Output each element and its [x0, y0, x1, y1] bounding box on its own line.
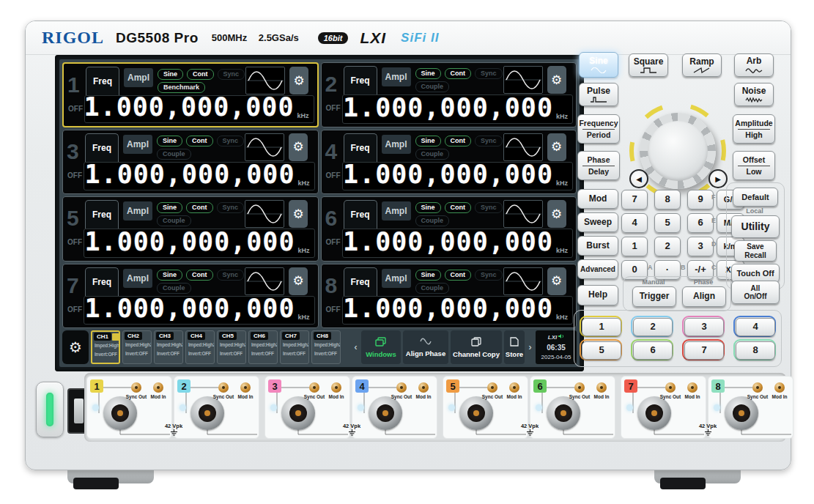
channel-settings-gear-icon[interactable]: ⚙ [547, 267, 566, 295]
sine-waveform-thumbnail[interactable] [245, 67, 285, 94]
mode-badge[interactable]: Cont [445, 136, 472, 147]
sync-badge[interactable]: Sync [475, 136, 503, 147]
mode-badge[interactable]: Cont [445, 270, 472, 281]
mode-badge[interactable]: Cont [445, 68, 472, 79]
sub-badge[interactable]: Couple [157, 215, 191, 226]
key-6[interactable]: 6 [687, 213, 714, 233]
store-button[interactable]: Store [504, 330, 525, 364]
channel-status-tab[interactable]: CH6 Imped:HighZ Invert:OFF [248, 330, 278, 364]
channel-panel[interactable]: 1 OFF Freq Ampl Sine Cont Sync [62, 62, 319, 127]
windows-button[interactable]: Windows [361, 330, 401, 364]
sine-waveform-thumbnail[interactable] [503, 66, 543, 94]
channel-copy-button[interactable]: Channel Copy [451, 330, 502, 364]
cursor-left-arrow-button[interactable]: ◀ [629, 169, 648, 188]
ampl-tab[interactable]: Ampl [124, 68, 153, 87]
channel-7-key[interactable]: 7 [682, 339, 725, 360]
channel-6-key[interactable]: 6 [631, 339, 673, 360]
square-button[interactable]: Square [629, 53, 668, 77]
arb-button[interactable]: Arb [734, 53, 774, 77]
rotary-knob[interactable] [640, 113, 716, 189]
channel-2-key[interactable]: 2 [631, 316, 673, 337]
key-2[interactable]: 2 [654, 237, 681, 256]
channel-panel[interactable]: 2 OFF Freq Ampl Sine Cont Sync [321, 62, 577, 127]
sine-waveform-thumbnail[interactable] [503, 267, 543, 295]
channel-panel[interactable]: 7 OFF Freq Ampl Sine Cont Sync [62, 264, 319, 329]
channel-4-key[interactable]: 4 [733, 316, 776, 337]
key-7[interactable]: 7 [621, 190, 648, 210]
freq-tab[interactable]: Freq [344, 200, 377, 229]
power-button[interactable] [36, 382, 64, 437]
freq-tab[interactable]: Freq [344, 133, 377, 162]
mode-badge[interactable]: Cont [187, 69, 214, 80]
channel-8-key[interactable]: 8 [733, 339, 776, 360]
waveform-badge[interactable]: Sine [415, 202, 441, 213]
menu-scroll-right-icon[interactable]: › [527, 330, 533, 364]
waveform-badge[interactable]: Sine [157, 202, 182, 213]
ampl-tab[interactable]: Ampl [123, 269, 152, 288]
sub-badge[interactable]: Couple [157, 149, 191, 160]
sync-badge[interactable]: Sync [475, 68, 503, 79]
sync-badge[interactable]: Sync [217, 270, 245, 281]
sync-badge[interactable]: Sync [218, 69, 245, 80]
waveform-badge[interactable]: Sine [415, 136, 441, 147]
freq-tab[interactable]: Freq [85, 200, 119, 229]
channel-panel[interactable]: 3 OFF Freq Ampl Sine Cont Sync [62, 130, 319, 195]
sub-badge[interactable]: Couple [415, 215, 450, 226]
amplitude-high-button[interactable]: AmplitudeHigh [733, 114, 775, 144]
sync-badge[interactable]: Sync [217, 202, 245, 213]
channel-settings-gear-icon[interactable]: ⚙ [547, 200, 566, 228]
frequency-period-button[interactable]: FrequencyPeriod [577, 114, 620, 144]
menu-scroll-left-icon[interactable]: ‹ [352, 330, 359, 364]
system-gear-icon[interactable]: ⚙ [62, 330, 89, 364]
pulse-button[interactable]: Pulse [579, 83, 618, 106]
waveform-badge[interactable]: Sine [415, 68, 441, 79]
channel-status-tab[interactable]: CH4 Imped:HighZ Invert:OFF [185, 330, 215, 364]
sub-badge[interactable]: Couple [415, 81, 450, 92]
sine-waveform-thumbnail[interactable] [245, 200, 284, 228]
waveform-badge[interactable]: Sine [157, 136, 182, 147]
sub-badge[interactable]: Couple [415, 283, 450, 294]
sweep-button[interactable]: Sweep [577, 212, 618, 232]
save-recall-button[interactable]: Save Recall [734, 240, 777, 262]
ampl-tab[interactable]: Ampl [382, 67, 411, 86]
cursor-right-arrow-button[interactable]: ▶ [708, 169, 728, 188]
align-button[interactable]: Align [682, 286, 726, 307]
all-on-off-button[interactable]: All On/Off [731, 281, 780, 304]
offset-low-button[interactable]: OffsetLow [733, 151, 775, 180]
channel-settings-gear-icon[interactable]: ⚙ [289, 267, 308, 295]
ampl-tab[interactable]: Ampl [382, 135, 411, 154]
channel-3-key[interactable]: 3 [682, 316, 725, 337]
channel-status-tab[interactable]: CH1 Imped:HighZ Invert:OFF [91, 330, 120, 364]
channel-settings-gear-icon[interactable]: ⚙ [547, 66, 566, 94]
key-3[interactable]: 3 [687, 237, 714, 256]
sync-badge[interactable]: Sync [217, 136, 245, 147]
mode-badge[interactable]: Cont [186, 136, 213, 147]
trigger-button[interactable]: Trigger [632, 286, 676, 307]
freq-tab[interactable]: Freq [86, 67, 119, 95]
sine-waveform-thumbnail[interactable] [245, 133, 284, 161]
sync-badge[interactable]: Sync [475, 202, 503, 213]
sine-button[interactable]: Sine [579, 52, 618, 78]
channel-settings-gear-icon[interactable]: ⚙ [289, 133, 308, 161]
advanced-button[interactable]: Advanced [577, 259, 618, 279]
channel-settings-gear-icon[interactable]: ⚙ [289, 200, 308, 228]
sub-badge[interactable]: Couple [415, 149, 450, 160]
channel-panel[interactable]: 6 OFF Freq Ampl Sine Cont Sync [321, 196, 577, 262]
sine-waveform-thumbnail[interactable] [503, 200, 543, 228]
sub-badge[interactable]: Couple [157, 283, 191, 294]
channel-status-tab[interactable]: CH2 Imped:HighZ Invert:OFF [122, 330, 152, 364]
key-4[interactable]: 4 [621, 213, 648, 233]
mode-badge[interactable]: Cont [186, 202, 213, 213]
channel-status-tab[interactable]: CH7 Imped:HighZ Invert:OFF [280, 330, 309, 364]
freq-tab[interactable]: Freq [344, 267, 377, 296]
channel-status-tab[interactable]: CH3 Imped:HighZ Invert:OFF [154, 330, 183, 364]
channel-1-key[interactable]: 1 [580, 316, 622, 337]
freq-tab[interactable]: Freq [344, 66, 377, 94]
noise-button[interactable]: Noise [734, 83, 774, 106]
freq-tab[interactable]: Freq [85, 267, 119, 296]
mode-badge[interactable]: Cont [445, 202, 472, 213]
mode-badge[interactable]: Cont [186, 270, 213, 281]
utility-button[interactable]: Utility [731, 215, 780, 238]
key-5[interactable]: 5 [654, 213, 681, 233]
channel-panel[interactable]: 8 OFF Freq Ampl Sine Cont Sync [321, 264, 577, 329]
